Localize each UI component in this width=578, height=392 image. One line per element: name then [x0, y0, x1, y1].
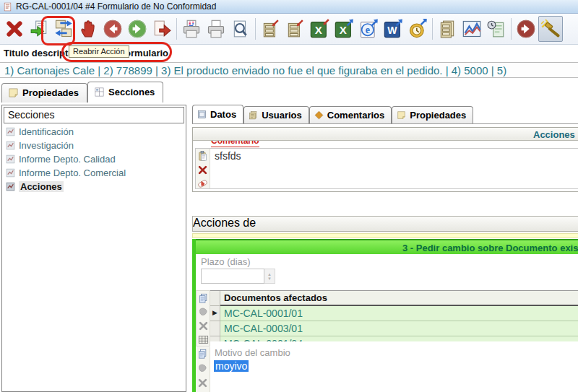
section-icon [6, 154, 15, 164]
sidebar-item-identificacion[interactable]: Identificación [2, 125, 186, 139]
table-row[interactable]: ▶ MC-CAL-0001/01 [210, 306, 578, 321]
send-document-icon[interactable] [150, 16, 174, 42]
archive-import2-icon[interactable] [282, 16, 307, 42]
tab-label: Usuarios [262, 110, 302, 121]
main-tabs: Propiedades Secciones [1, 82, 163, 103]
actions-group-header: Acciones de [192, 216, 578, 232]
tab-secciones[interactable]: Secciones [87, 82, 163, 103]
chart-icon[interactable] [460, 16, 484, 42]
tab-usuarios[interactable]: Usuarios [243, 106, 309, 123]
sidebar-item-informe-comercial[interactable]: Informe Depto. Comercial [2, 166, 186, 180]
tab-label: Datos [210, 109, 236, 120]
svg-text:W: W [387, 25, 397, 36]
sidebar-item-label: Informe Depto. Calidad [19, 154, 116, 165]
window-title: RG-CAL-0001/04 #4 Formulario de No Confo… [16, 1, 216, 12]
spinner-down-icon[interactable]: ▼ [267, 276, 272, 281]
comment-group: Acciones Comentario sfsfds [192, 127, 578, 192]
table-row-clipped[interactable]: MC-CAL-0001/04 [210, 336, 578, 341]
copy-icon[interactable] [197, 349, 208, 360]
open-icon[interactable] [27, 16, 51, 42]
tab-label: Propiedades [22, 87, 79, 98]
tabs-divider [192, 123, 578, 124]
forward-icon[interactable] [125, 16, 150, 42]
grid-icon[interactable] [198, 334, 209, 345]
row-selector-current[interactable]: ▶ [210, 306, 220, 321]
comment-box: sfsfds [195, 148, 578, 189]
plazo-spinner[interactable]: ▲▼ [264, 269, 275, 284]
row-selector[interactable] [210, 336, 220, 341]
print-icon[interactable] [204, 16, 228, 42]
tab-propiedades[interactable]: Propiedades [1, 83, 87, 103]
detail-tabs: Datos Usuarios Comentarios Propiedades [192, 105, 578, 123]
document-cell[interactable]: MC-CAL-0001/04 [220, 336, 578, 341]
tab-comentarios[interactable]: Comentarios [309, 106, 392, 123]
section-icon [6, 127, 15, 136]
sidebar-item-acciones[interactable]: Acciones [2, 180, 186, 193]
excel-import-icon[interactable]: X [307, 16, 332, 42]
sidebar-item-label: Investigación [19, 140, 74, 151]
ledger-icon[interactable] [435, 16, 460, 42]
back-icon[interactable] [100, 16, 125, 42]
toolbar-separator [255, 18, 256, 40]
section-icon [6, 141, 15, 150]
detail-panel: Datos Usuarios Comentarios Propiedades A… [192, 105, 578, 392]
copy-icon[interactable] [198, 293, 209, 304]
paste-disabled-icon[interactable] [198, 307, 209, 318]
row-selector[interactable] [210, 321, 220, 336]
toolbar-separator [176, 18, 177, 40]
document-cell[interactable]: MC-CAL-0003/01 [220, 321, 578, 336]
tab-label: Secciones [108, 87, 155, 97]
history-icon[interactable] [484, 16, 509, 42]
outlook-export-icon[interactable] [405, 16, 430, 42]
delete-disabled-icon[interactable] [198, 321, 209, 331]
excel-export-icon[interactable]: X [332, 16, 356, 42]
action-title-bar: 3 - Pedir cambio sobre Documento existen… [196, 239, 578, 254]
note-icon [397, 110, 406, 120]
sidebar-item-informe-calidad[interactable]: Informe Depto. Calidad [2, 152, 186, 166]
group-title: Acciones [533, 129, 575, 140]
row-selector[interactable] [210, 291, 220, 306]
tab-label: Comentarios [327, 110, 384, 121]
browser-export-icon[interactable]: e [356, 16, 381, 42]
sidebar-item-investigacion[interactable]: Investigación [2, 139, 186, 152]
archive-import-icon[interactable] [258, 16, 282, 42]
documents-column-header[interactable]: Documentos afectados [220, 291, 578, 306]
comment-value[interactable]: sfsfds [210, 149, 246, 188]
pill-icon[interactable] [197, 178, 208, 189]
plazo-label: Plazo (dias) [201, 256, 578, 267]
word-export-icon[interactable]: W [381, 16, 405, 42]
documents-toolstrip [196, 290, 210, 347]
sidebar-item-label: Acciones [19, 181, 64, 192]
table-row[interactable]: MC-CAL-0003/01 [210, 321, 578, 336]
toolbar-separator [432, 18, 433, 40]
toolbar-separator [511, 18, 512, 40]
sections-panel-header: Secciones [4, 107, 184, 123]
note-icon [8, 87, 19, 98]
delete-icon[interactable] [197, 165, 208, 175]
motivo-toolstrip [196, 347, 210, 392]
motivo-value-selected[interactable]: moyivo [214, 360, 249, 372]
comment-toolstrip [196, 149, 210, 188]
paste-icon[interactable] [197, 151, 208, 162]
svg-text:X: X [315, 24, 322, 36]
print-preview-icon[interactable] [228, 16, 253, 42]
sidebar-item-label: Informe Depto. Comercial [19, 167, 126, 178]
sidebar-item-label: Identificación [19, 126, 74, 137]
tab-datos[interactable]: Datos [192, 105, 243, 123]
delete-disabled-icon[interactable] [197, 378, 208, 388]
go-icon[interactable] [514, 16, 538, 42]
stop-hand-icon[interactable] [76, 16, 100, 42]
motivo-section: Motivo del cambio moyivo [196, 347, 578, 392]
plazo-input[interactable] [201, 269, 264, 284]
print-color-icon[interactable] [179, 16, 204, 42]
sections-panel: Secciones Identificación Investigación I… [1, 105, 186, 392]
gavel-icon[interactable] [538, 16, 563, 42]
tab-propiedades-detalle[interactable]: Propiedades [392, 106, 473, 123]
close-icon[interactable] [2, 16, 27, 42]
action-panel: 3 - Pedir cambio sobre Documento existen… [192, 239, 578, 392]
group-title: Acciones de [193, 217, 256, 229]
reopen-action-icon[interactable] [51, 16, 76, 42]
form-icon [3, 2, 12, 12]
paste-disabled-icon[interactable] [197, 363, 208, 374]
document-cell[interactable]: MC-CAL-0001/01 [220, 306, 578, 321]
